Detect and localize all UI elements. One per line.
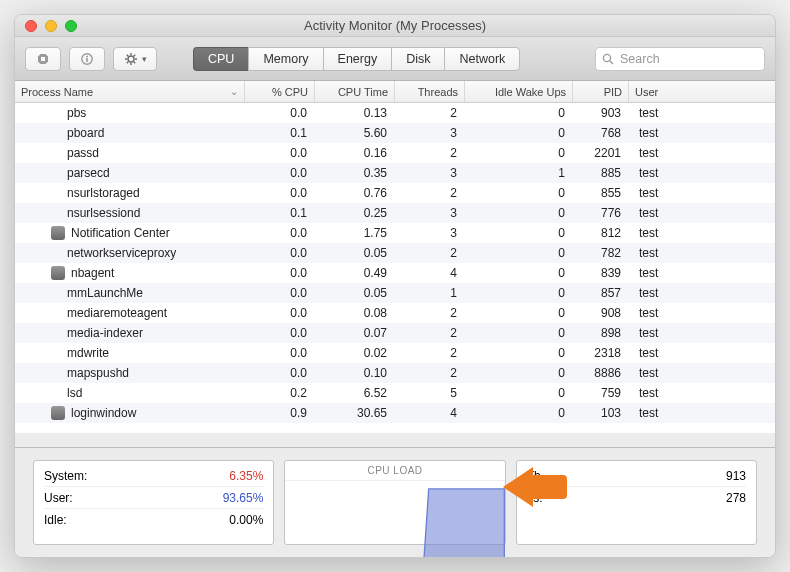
cell-user: test: [629, 263, 775, 283]
process-name-cell: lsd: [15, 383, 245, 403]
cell-cpu: 0.0: [245, 243, 315, 263]
cell-pid: 903: [573, 103, 629, 123]
svg-rect-1: [41, 57, 45, 61]
table-row[interactable]: pboard0.15.6030768test: [15, 123, 775, 143]
tab-disk[interactable]: Disk: [391, 47, 444, 71]
table-row[interactable]: nbagent0.00.4940839test: [15, 263, 775, 283]
cell-pid: 103: [573, 403, 629, 423]
process-table[interactable]: pbs0.00.1320903testpboard0.15.6030768tes…: [15, 103, 775, 433]
cell-pid: 776: [573, 203, 629, 223]
header-cpu[interactable]: % CPU: [245, 81, 315, 102]
cell-time: 0.10: [315, 363, 395, 383]
table-row[interactable]: nsurlsessiond0.10.2530776test: [15, 203, 775, 223]
process-name-cell: mdwrite: [15, 343, 245, 363]
toolbar: ▾ CPU Memory Energy Disk Network Search: [15, 37, 775, 81]
search-input[interactable]: Search: [595, 47, 765, 71]
cell-pid: 908: [573, 303, 629, 323]
cell-time: 0.05: [315, 283, 395, 303]
cell-cpu: 0.1: [245, 123, 315, 143]
table-row[interactable]: nsurlstoraged0.00.7620855test: [15, 183, 775, 203]
options-button[interactable]: ▾: [113, 47, 157, 71]
header-user[interactable]: User: [629, 81, 775, 102]
tab-memory[interactable]: Memory: [248, 47, 322, 71]
window-controls: [25, 20, 77, 32]
cell-threads: 4: [395, 403, 465, 423]
cell-cpu: 0.2: [245, 383, 315, 403]
cell-idle: 0: [465, 363, 573, 383]
table-row[interactable]: pbs0.00.1320903test: [15, 103, 775, 123]
tab-network[interactable]: Network: [444, 47, 520, 71]
process-name-cell: nsurlsessiond: [15, 203, 245, 223]
cell-threads: 4: [395, 263, 465, 283]
header-pid[interactable]: PID: [573, 81, 629, 102]
table-row[interactable]: parsecd0.00.3531885test: [15, 163, 775, 183]
cell-time: 0.02: [315, 343, 395, 363]
process-name-cell: parsecd: [15, 163, 245, 183]
cell-user: test: [629, 303, 775, 323]
process-name-cell: pboard: [15, 123, 245, 143]
cell-idle: 0: [465, 283, 573, 303]
cell-time: 0.76: [315, 183, 395, 203]
table-row[interactable]: networkserviceproxy0.00.0520782test: [15, 243, 775, 263]
cell-user: test: [629, 403, 775, 423]
cell-cpu: 0.0: [245, 223, 315, 243]
cell-user: test: [629, 163, 775, 183]
cell-user: test: [629, 183, 775, 203]
table-row[interactable]: mapspushd0.00.10208886test: [15, 363, 775, 383]
cell-time: 0.07: [315, 323, 395, 343]
cell-idle: 0: [465, 263, 573, 283]
cell-user: test: [629, 383, 775, 403]
table-row[interactable]: loginwindow0.930.6540103test: [15, 403, 775, 423]
cell-idle: 0: [465, 123, 573, 143]
cell-idle: 0: [465, 383, 573, 403]
process-name-cell: loginwindow: [15, 403, 245, 423]
cpu-load-chart-panel[interactable]: CPU LOAD: [284, 460, 505, 545]
process-name-cell: mmLaunchMe: [15, 283, 245, 303]
process-name-cell: nsurlstoraged: [15, 183, 245, 203]
header-cpu-time[interactable]: CPU Time: [315, 81, 395, 102]
cell-pid: 898: [573, 323, 629, 343]
table-row[interactable]: mmLaunchMe0.00.0510857test: [15, 283, 775, 303]
header-process-name[interactable]: Process Name⌄: [15, 81, 245, 102]
stop-icon: [37, 53, 49, 65]
cell-pid: 782: [573, 243, 629, 263]
cell-idle: 0: [465, 343, 573, 363]
cell-user: test: [629, 103, 775, 123]
tab-energy[interactable]: Energy: [323, 47, 392, 71]
process-name-cell: mapspushd: [15, 363, 245, 383]
table-row[interactable]: mdwrite0.00.02202318test: [15, 343, 775, 363]
cell-cpu: 0.0: [245, 263, 315, 283]
svg-line-13: [133, 54, 134, 55]
annotation-arrow: [503, 467, 567, 507]
cell-cpu: 0.0: [245, 103, 315, 123]
info-button[interactable]: [69, 47, 105, 71]
titlebar[interactable]: Activity Monitor (My Processes): [15, 15, 775, 37]
table-row[interactable]: Notification Center0.01.7530812test: [15, 223, 775, 243]
cell-cpu: 0.1: [245, 203, 315, 223]
user-cpu-line: User:93.65%: [44, 487, 263, 509]
svg-line-11: [133, 61, 134, 62]
minimize-window-button[interactable]: [45, 20, 57, 32]
process-name-cell: media-indexer: [15, 323, 245, 343]
system-cpu-line: System:6.35%: [44, 465, 263, 487]
header-threads[interactable]: Threads: [395, 81, 465, 102]
table-row[interactable]: mediaremoteagent0.00.0820908test: [15, 303, 775, 323]
idle-cpu-line: Idle:0.00%: [44, 509, 263, 531]
cell-pid: 855: [573, 183, 629, 203]
search-placeholder: Search: [620, 52, 660, 66]
tab-cpu[interactable]: CPU: [193, 47, 248, 71]
cell-idle: 0: [465, 143, 573, 163]
cell-threads: 2: [395, 303, 465, 323]
cell-threads: 3: [395, 123, 465, 143]
header-idle-wakeups[interactable]: Idle Wake Ups: [465, 81, 573, 102]
table-row[interactable]: lsd0.26.5250759test: [15, 383, 775, 403]
chart-title: CPU LOAD: [285, 461, 504, 481]
close-window-button[interactable]: [25, 20, 37, 32]
table-row[interactable]: passd0.00.16202201test: [15, 143, 775, 163]
table-row[interactable]: media-indexer0.00.0720898test: [15, 323, 775, 343]
cell-time: 0.35: [315, 163, 395, 183]
cell-cpu: 0.0: [245, 143, 315, 163]
stop-process-button[interactable]: [25, 47, 61, 71]
zoom-window-button[interactable]: [65, 20, 77, 32]
cell-threads: 2: [395, 323, 465, 343]
